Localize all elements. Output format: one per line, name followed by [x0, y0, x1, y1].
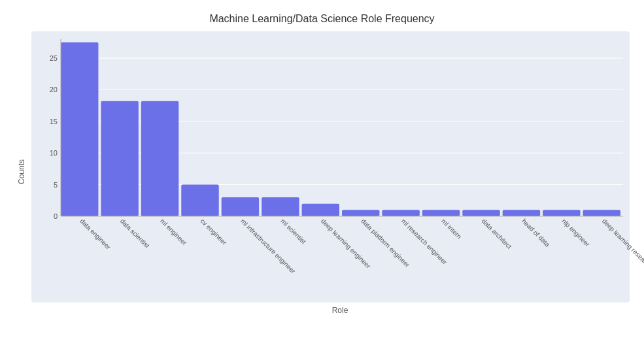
svg-rect-30: [422, 210, 459, 216]
svg-rect-22: [262, 197, 299, 216]
svg-rect-26: [342, 210, 379, 216]
svg-text:data engineer: data engineer: [78, 218, 112, 252]
svg-rect-32: [462, 210, 500, 216]
svg-rect-36: [543, 210, 580, 216]
svg-text:10: 10: [49, 149, 57, 157]
svg-rect-16: [141, 101, 178, 216]
svg-rect-18: [181, 185, 218, 216]
svg-text:nlp engineer: nlp engineer: [560, 218, 591, 248]
svg-rect-20: [221, 197, 258, 216]
chart-svg: 0510152025data engineerdata scientistml …: [31, 31, 630, 302]
svg-rect-38: [583, 210, 620, 216]
svg-text:data scientist: data scientist: [118, 218, 150, 250]
svg-text:ml scientist: ml scientist: [279, 218, 307, 246]
chart-inner: 0510152025data engineerdata scientistml …: [31, 31, 630, 312]
chart-area: Counts 0510152025data engineerdata scien…: [15, 31, 630, 312]
x-axis-label: Role: [31, 306, 630, 315]
svg-rect-12: [61, 42, 98, 216]
svg-text:20: 20: [49, 86, 57, 93]
svg-rect-28: [382, 210, 419, 216]
svg-text:data architect: data architect: [480, 218, 513, 250]
svg-rect-34: [502, 210, 539, 216]
svg-text:ml intern: ml intern: [440, 218, 463, 240]
svg-rect-14: [101, 101, 138, 216]
y-axis-label: Counts: [15, 31, 28, 312]
svg-text:cv engineer: cv engineer: [199, 218, 228, 247]
svg-text:ml engineer: ml engineer: [159, 218, 188, 247]
svg-text:15: 15: [49, 118, 57, 125]
svg-text:0: 0: [53, 212, 57, 220]
svg-rect-24: [301, 204, 339, 216]
chart-title: Machine Learning/Data Science Role Frequ…: [209, 13, 434, 25]
chart-container: Machine Learning/Data Science Role Frequ…: [0, 0, 644, 343]
svg-text:25: 25: [49, 54, 57, 62]
plot-area: 0510152025data engineerdata scientistml …: [31, 31, 630, 302]
svg-text:head of data: head of data: [520, 218, 551, 248]
svg-text:5: 5: [53, 181, 57, 189]
svg-text:deep learning researcher: deep learning researcher: [600, 218, 644, 274]
